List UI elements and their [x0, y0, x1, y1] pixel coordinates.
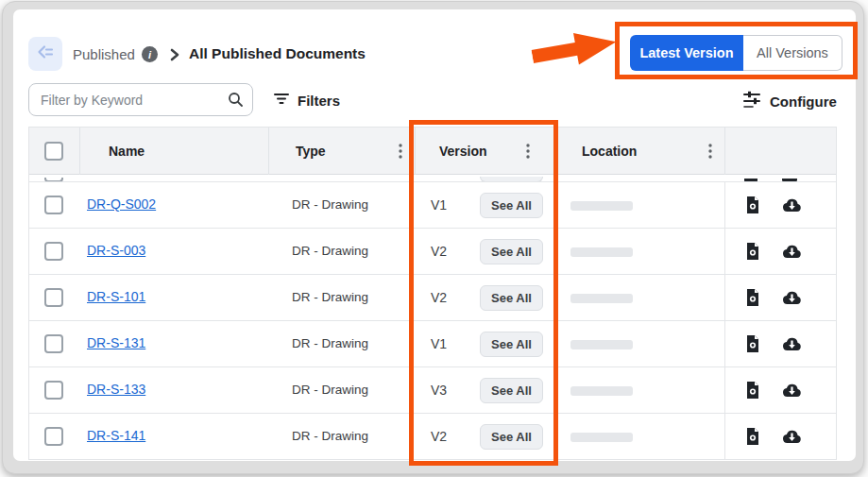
page-title: All Published Documents — [189, 45, 366, 62]
preview-file-icon[interactable] — [743, 242, 762, 264]
collapse-panel-button[interactable] — [28, 37, 62, 71]
cloud-download-icon[interactable] — [781, 334, 803, 357]
document-name-link[interactable]: DR-S-141 — [87, 428, 145, 443]
document-name-link[interactable]: DR-S-133 — [87, 382, 145, 397]
collapse-left-icon — [36, 43, 55, 65]
cloud-download-icon[interactable] — [781, 242, 803, 264]
row-checkbox[interactable] — [44, 196, 63, 214]
location-placeholder-bar — [570, 340, 633, 349]
filter-list-icon — [273, 91, 290, 110]
document-version: V1 — [431, 197, 447, 213]
preview-file-icon[interactable] — [743, 381, 762, 403]
cloud-download-icon[interactable] — [781, 381, 803, 403]
configure-button[interactable]: Configure — [742, 90, 837, 112]
column-header-version[interactable]: Version — [415, 128, 556, 175]
row-actions — [724, 321, 838, 366]
table-row: DR-S-101 DR - Drawing V2 See All — [29, 275, 836, 321]
see-all-button[interactable]: See All — [480, 285, 543, 311]
configure-label: Configure — [770, 94, 837, 110]
document-version: V2 — [431, 244, 447, 259]
preview-file-icon[interactable] — [743, 427, 762, 450]
row-actions — [724, 229, 838, 274]
document-type: DR - Drawing — [292, 336, 368, 350]
row-actions — [724, 275, 838, 320]
cloud-download-icon[interactable] — [781, 196, 803, 218]
location-placeholder-bar — [570, 201, 633, 211]
cloud-download-icon[interactable] — [781, 288, 803, 311]
row-actions — [724, 182, 838, 228]
table-row: DR-Q-S002 DR - Drawing V1 See All — [29, 182, 836, 229]
document-type: DR - Drawing — [292, 429, 368, 443]
header-checkbox-cell — [29, 128, 79, 175]
document-version: V2 — [431, 290, 447, 305]
all-versions-button[interactable]: All Versions — [743, 35, 842, 71]
chevron-right-icon — [167, 47, 182, 66]
row-actions — [724, 414, 838, 459]
document-name-link[interactable]: DR-S-101 — [87, 289, 145, 304]
table-row: DR-S-133 DR - Drawing V3 See All — [29, 367, 836, 414]
column-header-location[interactable]: Location — [556, 128, 724, 175]
column-header-type[interactable]: Type — [268, 128, 415, 175]
info-icon[interactable]: i — [142, 46, 158, 62]
latest-version-button[interactable]: Latest Version — [630, 35, 743, 71]
table-header: Name Type Version Location — [29, 128, 836, 175]
filters-label: Filters — [298, 93, 340, 109]
documents-table: Name Type Version Location — [28, 127, 837, 460]
version-view-toggle: Latest Version All Versions — [630, 35, 842, 71]
breadcrumb-section[interactable]: Published — [73, 46, 135, 62]
row-checkbox[interactable] — [44, 288, 63, 307]
document-name-link[interactable]: DR-Q-S002 — [87, 196, 156, 212]
column-header-name[interactable]: Name — [79, 128, 268, 175]
document-name-link[interactable]: DR-S-131 — [87, 335, 145, 350]
keyword-filter-input[interactable] — [28, 83, 253, 116]
see-all-button[interactable]: See All — [480, 193, 543, 218]
location-placeholder-bar — [570, 294, 633, 303]
row-actions — [724, 367, 838, 413]
clipped-table-row — [29, 175, 836, 182]
preview-file-icon[interactable] — [743, 288, 762, 311]
location-column-menu-icon[interactable] — [708, 144, 712, 162]
version-column-menu-icon[interactable] — [526, 144, 530, 162]
document-name-link[interactable]: DR-S-003 — [87, 243, 145, 258]
see-all-button[interactable]: See All — [480, 332, 543, 357]
preview-file-icon[interactable] — [743, 334, 762, 357]
location-placeholder-bar — [570, 386, 633, 396]
document-type: DR - Drawing — [292, 197, 368, 212]
app-window: Published i All Published Documents Late… — [2, 1, 864, 474]
row-checkbox[interactable] — [44, 427, 63, 446]
document-type: DR - Drawing — [292, 383, 368, 397]
see-all-button[interactable]: See All — [480, 239, 543, 264]
select-all-checkbox[interactable] — [44, 142, 63, 161]
document-type: DR - Drawing — [292, 244, 368, 258]
cloud-download-icon[interactable] — [781, 427, 803, 450]
table-row: DR-S-131 DR - Drawing V1 See All — [29, 321, 836, 367]
location-placeholder-bar — [570, 433, 633, 442]
document-type: DR - Drawing — [292, 290, 368, 304]
table-row: DR-S-141 DR - Drawing V2 See All — [29, 414, 836, 460]
preview-file-icon[interactable] — [743, 196, 762, 218]
document-version: V2 — [431, 429, 447, 444]
table-row: DR-S-003 DR - Drawing V2 See All — [29, 229, 836, 275]
see-all-button[interactable]: See All — [480, 378, 543, 403]
row-checkbox[interactable] — [44, 334, 63, 353]
location-placeholder-bar — [570, 247, 633, 257]
type-column-menu-icon[interactable] — [399, 144, 402, 162]
document-version: V3 — [431, 383, 447, 398]
keyword-filter — [28, 83, 253, 116]
see-all-button[interactable]: See All — [480, 424, 543, 450]
search-icon — [228, 92, 244, 111]
published-documents-page: Published i All Published Documents Late… — [13, 9, 856, 461]
column-header-actions — [724, 128, 838, 175]
filters-button[interactable]: Filters — [273, 91, 340, 110]
tune-sliders-icon — [742, 90, 761, 112]
row-checkbox[interactable] — [44, 381, 63, 400]
document-version: V1 — [431, 336, 447, 351]
row-checkbox[interactable] — [44, 242, 63, 261]
